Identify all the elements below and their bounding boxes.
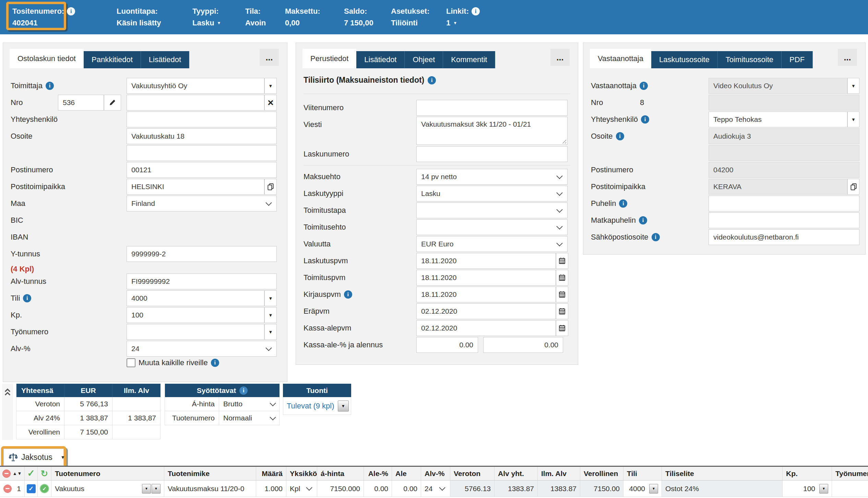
- dropdown-button[interactable]: [649, 484, 658, 494]
- toimituspvm-input[interactable]: 18.11.2020: [416, 270, 556, 286]
- tab-laskutusosoite[interactable]: Laskutusosoite: [651, 51, 718, 68]
- tili-cell[interactable]: 4000: [623, 480, 662, 497]
- tab-kommentit[interactable]: Kommentit: [443, 51, 495, 68]
- viesti-textarea[interactable]: Vakuutusmaksut 3kk 11/20 - 01/21: [416, 117, 568, 145]
- jaksotus-button[interactable]: Jaksotus: [3, 449, 64, 466]
- maara-cell[interactable]: 1.000: [256, 480, 286, 497]
- maksuehto-select[interactable]: 14 pv netto: [416, 169, 568, 185]
- info-icon[interactable]: [23, 294, 31, 302]
- tyonumero-cell[interactable]: [832, 480, 868, 497]
- kp-dropdown-button[interactable]: [264, 307, 277, 323]
- more-button[interactable]: ...: [550, 49, 570, 66]
- laskutyyppi-select[interactable]: Lasku: [416, 186, 568, 201]
- osoite-input-right[interactable]: Audiokuja 3: [709, 128, 859, 144]
- check-icon[interactable]: [27, 469, 35, 478]
- copy-button[interactable]: [847, 179, 859, 195]
- info-icon[interactable]: [211, 359, 219, 367]
- tyonumero-dropdown-button[interactable]: [264, 324, 277, 340]
- ahinta-cell[interactable]: 7150.000: [317, 480, 364, 497]
- clear-button[interactable]: [264, 95, 277, 111]
- kassa-alepvm-input[interactable]: 02.12.2020: [416, 320, 556, 336]
- remove-row-icon[interactable]: [2, 470, 11, 478]
- laskunumero-input[interactable]: [416, 146, 568, 162]
- kassa-ale-pct-input[interactable]: 0.00: [416, 337, 478, 353]
- calendar-button[interactable]: [556, 303, 568, 319]
- vastaanottaja-input[interactable]: Video Koulutus Oy: [709, 78, 847, 94]
- tuotenumero-mode-select[interactable]: Normaali: [219, 411, 280, 425]
- matkapuhelin-input[interactable]: [709, 212, 859, 228]
- kassa-ale-alennus-input[interactable]: 0.00: [483, 337, 563, 353]
- tab-vastaanottaja[interactable]: Vastaanottaja: [590, 49, 651, 68]
- tab-ohjeet[interactable]: Ohjeet: [405, 51, 443, 68]
- nro-input[interactable]: 536: [58, 95, 104, 111]
- row-checkbox-checked[interactable]: [27, 484, 36, 493]
- info-icon[interactable]: [46, 82, 54, 90]
- vastaanottaja-name2-input[interactable]: [709, 95, 859, 111]
- alv-pct-select[interactable]: 24: [421, 480, 450, 497]
- more-button[interactable]: ...: [838, 49, 857, 66]
- alvtunnus-input[interactable]: FI99999992: [127, 274, 277, 289]
- tab-ostolaskun-tiedot[interactable]: Ostolaskun tiedot: [10, 49, 84, 68]
- postitoimipaikka-input-right[interactable]: KERAVA: [709, 179, 847, 195]
- info-icon[interactable]: [239, 386, 248, 395]
- info-icon[interactable]: [641, 115, 649, 124]
- toimittaja-name2-input[interactable]: [127, 95, 264, 111]
- tuotenimike-cell[interactable]: Vakuutusmaksu 11/20-0: [164, 480, 256, 497]
- toimittaja-input[interactable]: Vakuutusyhtiö Oy: [127, 78, 264, 94]
- yhteyshenkilo-input-right[interactable]: Teppo Tehokas: [709, 112, 847, 127]
- osoite-input[interactable]: Vakuutuskatu 18: [127, 128, 277, 144]
- tili-dropdown-button[interactable]: [264, 290, 277, 306]
- tulevat-link[interactable]: Tulevat (9 kpl): [287, 402, 334, 410]
- dropdown-button[interactable]: [819, 484, 828, 494]
- postinumero-input[interactable]: 00121: [127, 162, 277, 178]
- dropdown-button[interactable]: [152, 484, 160, 494]
- tyyppi-dropdown[interactable]: Lasku: [192, 19, 221, 27]
- calendar-button[interactable]: [556, 253, 568, 269]
- tili-input[interactable]: 4000: [127, 290, 264, 306]
- tab-lisatiedot[interactable]: Lisätiedot: [141, 51, 189, 68]
- refresh-icon[interactable]: [41, 469, 48, 478]
- remove-row-icon[interactable]: [3, 485, 12, 493]
- erapvm-input[interactable]: 02.12.2020: [416, 303, 556, 319]
- osoite2-input-right[interactable]: [709, 145, 859, 161]
- tuotenumero-cell[interactable]: Vakuutus: [51, 480, 164, 497]
- muuta-kaikille-checkbox[interactable]: [127, 358, 135, 367]
- ale-cell[interactable]: 0.00: [392, 480, 421, 497]
- kirjauspvm-input[interactable]: 18.11.2020: [416, 287, 556, 302]
- postinumero-input-right[interactable]: 04200: [709, 162, 859, 178]
- kp-input[interactable]: 100: [127, 307, 264, 323]
- puhelin-input[interactable]: [709, 196, 859, 211]
- kp-cell[interactable]: 100: [783, 480, 832, 497]
- info-icon[interactable]: [67, 7, 75, 15]
- tulevat-dropdown-button[interactable]: [338, 401, 349, 412]
- calendar-button[interactable]: [556, 287, 568, 302]
- tyonumero-input[interactable]: [127, 324, 264, 340]
- tab-lisatiedot-middle[interactable]: Lisätiedot: [356, 51, 405, 68]
- info-icon[interactable]: [344, 290, 352, 299]
- viitenumero-input[interactable]: [416, 100, 568, 116]
- info-icon[interactable]: [639, 216, 647, 224]
- yhteyshenkilo-dropdown-button[interactable]: [847, 112, 859, 127]
- ale-pct-cell[interactable]: 0.00: [364, 480, 392, 497]
- toimitustapa-select[interactable]: [416, 202, 568, 218]
- maa-select[interactable]: Finland: [127, 196, 277, 211]
- ytunnus-input[interactable]: 9999999-2: [127, 246, 277, 262]
- yksikko-select[interactable]: Kpl: [286, 480, 317, 497]
- info-icon[interactable]: [472, 7, 480, 15]
- osoite2-input[interactable]: [127, 145, 277, 161]
- toimitusehto-select[interactable]: [416, 219, 568, 235]
- calendar-button[interactable]: [556, 320, 568, 336]
- info-icon[interactable]: [428, 76, 436, 84]
- more-button[interactable]: ...: [260, 49, 279, 66]
- sahkoposti-input[interactable]: videokoulutus@netbaron.fi: [709, 229, 859, 245]
- yhteyshenkilo-input[interactable]: [127, 112, 277, 127]
- tab-perustiedot[interactable]: Perustiedot: [302, 49, 356, 68]
- postitoimipaikka-input[interactable]: HELSINKI: [127, 179, 264, 195]
- info-icon[interactable]: [616, 132, 624, 140]
- info-icon[interactable]: [619, 199, 627, 208]
- alv-pct-select[interactable]: 24: [127, 341, 277, 357]
- tab-pankkitiedot[interactable]: Pankkitiedot: [84, 51, 141, 68]
- dropdown-button[interactable]: [142, 484, 151, 494]
- linkit-dropdown[interactable]: 1: [446, 19, 457, 27]
- a-hinta-select[interactable]: Brutto: [219, 397, 280, 411]
